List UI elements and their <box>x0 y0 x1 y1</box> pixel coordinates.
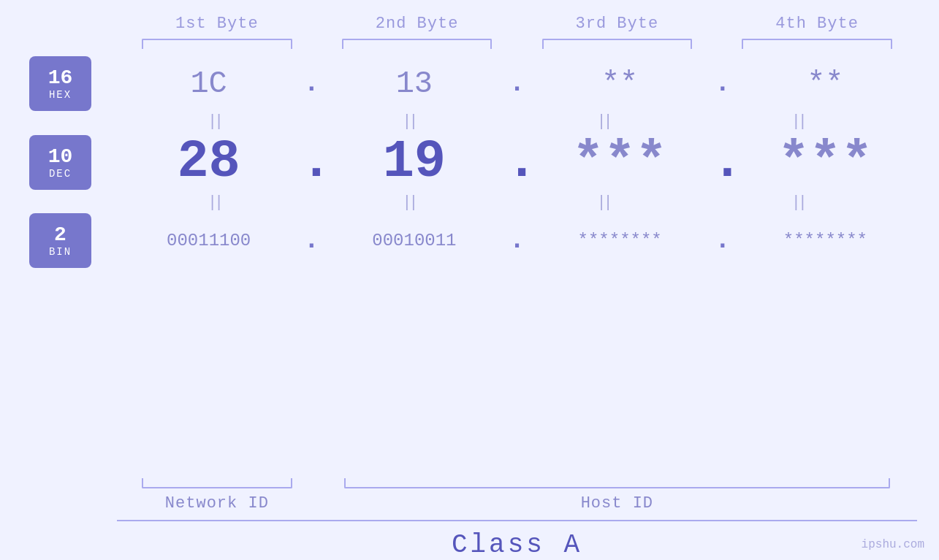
eq2-col2: || <box>311 193 506 212</box>
bin-base-number: 2 <box>54 223 66 246</box>
eq2-sign2: || <box>402 193 415 212</box>
bracket-labels: Network ID Host ID <box>117 494 917 513</box>
bin-base-label: BIN <box>49 246 72 258</box>
dec-base-number: 10 <box>48 145 73 168</box>
footer: ipshu.com <box>862 538 924 551</box>
dec-dot1: . <box>300 132 322 192</box>
top-bracket-4 <box>742 39 892 49</box>
main-container: 1st Byte 2nd Byte 3rd Byte 4th Byte <box>0 0 939 560</box>
eq2-col4: || <box>701 193 895 212</box>
hex-values: 1C . 13 . ** . ** <box>117 66 917 101</box>
bin-byte1: 00011100 <box>117 231 300 250</box>
host-bracket-wrap <box>317 478 917 488</box>
dec-byte3: *** <box>528 132 712 192</box>
dec-dot2: . <box>506 132 528 192</box>
class-label: Class A <box>117 530 917 560</box>
bin-byte2: 00010011 <box>322 231 506 250</box>
byte4-label: 4th Byte <box>775 15 859 33</box>
dec-badge: 10 DEC <box>29 135 91 190</box>
dec-byte1: 28 <box>117 132 300 192</box>
bin-byte3: ******** <box>528 231 712 250</box>
network-id-label: Network ID <box>117 494 317 513</box>
hex-base-label: HEX <box>49 89 72 101</box>
byte1-label: 1st Byte <box>175 15 259 33</box>
equals-row-1: || || || || <box>29 112 917 131</box>
eq2-sign4: || <box>791 193 805 212</box>
top-bracket-2 <box>342 39 492 49</box>
dec-base-label: DEC <box>49 168 72 180</box>
dec-row: 10 DEC 28 . 19 . *** . *** <box>29 132 917 192</box>
network-bracket-wrap <box>117 478 317 488</box>
hex-byte2: 13 <box>322 66 506 101</box>
eq1-sign4: || <box>791 112 805 131</box>
eq1-sign2: || <box>402 112 415 131</box>
hex-byte3: ** <box>528 66 712 101</box>
top-bracket-1 <box>142 39 292 49</box>
dec-byte2: 19 <box>322 132 506 192</box>
class-section: Class A <box>0 520 939 560</box>
main-content: 16 HEX 1C . 13 . ** . ** <box>0 56 939 475</box>
site-label: ipshu.com <box>862 538 924 551</box>
byte2-header: 2nd Byte <box>317 15 517 33</box>
host-id-label: Host ID <box>317 494 917 513</box>
hex-dot1: . <box>300 69 322 99</box>
byte1-header: 1st Byte <box>117 15 317 33</box>
eq1-col3: || <box>506 112 701 131</box>
byte2-label: 2nd Byte <box>376 15 459 33</box>
bin-badge: 2 BIN <box>29 213 91 268</box>
eq1-col4: || <box>701 112 895 131</box>
hex-dot2: . <box>506 69 528 99</box>
class-bracket-line <box>117 520 917 521</box>
byte3-label: 3rd Byte <box>576 15 659 33</box>
dec-dot3: . <box>712 132 734 192</box>
byte-headers: 1st Byte 2nd Byte 3rd Byte 4th Byte <box>0 0 939 33</box>
equals-row-2: || || || || <box>29 193 917 212</box>
eq1-col1: || <box>117 112 311 131</box>
eq2-sign3: || <box>596 193 609 212</box>
eq1-sign3: || <box>596 112 609 131</box>
dec-values: 28 . 19 . *** . *** <box>117 132 917 192</box>
eq1-sign1: || <box>208 112 221 131</box>
top-bracket-col4 <box>717 39 917 49</box>
byte4-header: 4th Byte <box>717 15 917 33</box>
top-bracket-col3 <box>517 39 718 49</box>
hex-row: 16 HEX 1C . 13 . ** . ** <box>29 56 917 111</box>
hex-byte1: 1C <box>117 66 300 101</box>
bottom-brackets <box>117 478 917 488</box>
eq1-col2: || <box>311 112 506 131</box>
eq2-sign1: || <box>208 193 221 212</box>
hex-dot3: . <box>712 69 734 99</box>
bin-byte4: ******** <box>734 231 917 250</box>
bin-values: 00011100 . 00010011 . ******** . *******… <box>117 226 917 256</box>
top-bracket-col1 <box>117 39 317 49</box>
top-bracket-col2 <box>317 39 517 49</box>
hex-base-number: 16 <box>48 66 73 89</box>
hex-byte4: ** <box>734 66 917 101</box>
network-bottom-bracket <box>142 478 292 488</box>
eq2-col1: || <box>117 193 311 212</box>
top-brackets <box>0 39 939 49</box>
host-bottom-bracket <box>344 478 890 488</box>
eq2-col3: || <box>506 193 701 212</box>
bin-row: 2 BIN 00011100 . 00010011 . ******** . *… <box>29 213 917 268</box>
dec-byte4: *** <box>734 132 917 192</box>
bottom-section: Network ID Host ID <box>0 478 939 513</box>
top-bracket-3 <box>542 39 692 49</box>
byte3-header: 3rd Byte <box>517 15 718 33</box>
bin-dot3: . <box>712 226 734 256</box>
bin-dot2: . <box>506 226 528 256</box>
hex-badge: 16 HEX <box>29 56 91 111</box>
bin-dot1: . <box>300 226 322 256</box>
